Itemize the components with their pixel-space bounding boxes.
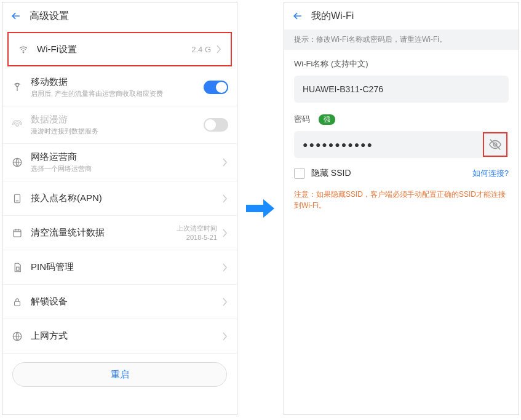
row-carrier-label: 网络运营商 <box>31 151 215 163</box>
row-traffic[interactable]: 清空流量统计数据 上次清空时间 2018-5-21 <box>2 216 237 250</box>
eye-off-icon <box>488 138 502 151</box>
toggle-mobile-data[interactable] <box>204 81 228 94</box>
globe-icon <box>11 331 23 342</box>
sim-icon <box>11 262 23 273</box>
back-icon[interactable] <box>10 10 22 22</box>
row-mobile-data-sub: 启用后, 产生的流量将由运营商收取相应资费 <box>31 89 196 98</box>
row-apn-label: 接入点名称(APN) <box>31 192 215 204</box>
right-screen: 我的Wi-Fi 提示：修改Wi-Fi名称或密码后，请重连Wi-Fi。 Wi-Fi… <box>284 2 519 415</box>
row-carrier-sub: 选择一个网络运营商 <box>31 164 215 173</box>
password-label: 密码 强 <box>294 114 509 125</box>
wifi-name-input[interactable] <box>294 76 509 103</box>
left-screen: 高级设置 Wi-Fi设置 2.4 G 移动数据 启用后, 产生的流量将由运营商收… <box>2 2 237 415</box>
strength-badge: 强 <box>319 114 335 125</box>
row-roaming-sub: 漫游时连接到数据服务 <box>31 127 196 136</box>
calendar-icon <box>11 228 23 239</box>
row-wifi-value: 2.4 G <box>191 45 211 54</box>
chevron-right-icon <box>222 229 228 237</box>
right-title: 我的Wi-Fi <box>311 10 354 23</box>
password-input[interactable] <box>294 131 509 158</box>
svg-point-1 <box>16 84 19 87</box>
toggle-roaming[interactable] <box>204 118 228 132</box>
signal-icon <box>11 119 23 130</box>
ssid-warning: 注意：如果隐藏SSID，客户端必须手动配置正确的SSID才能连接到Wi-Fi。 <box>284 186 519 213</box>
device-icon <box>11 193 23 204</box>
how-connect-link[interactable]: 如何连接? <box>472 168 509 179</box>
chevron-right-icon <box>222 332 228 341</box>
row-pin[interactable]: PIN码管理 <box>2 250 237 285</box>
svg-rect-5 <box>14 229 21 236</box>
row-traffic-value: 上次清空时间 2018-5-21 <box>177 224 217 242</box>
transition-arrow <box>244 2 277 415</box>
hide-ssid-checkbox[interactable] <box>294 168 305 179</box>
svg-rect-7 <box>15 301 20 306</box>
row-unlock-label: 解锁设备 <box>31 296 215 307</box>
wifi-icon <box>17 44 30 55</box>
hide-ssid-label: 隐藏 SSID <box>311 168 466 179</box>
arrow-right-icon <box>246 199 274 218</box>
row-unlock[interactable]: 解锁设备 <box>2 285 237 319</box>
right-header: 我的Wi-Fi <box>284 2 519 30</box>
row-pin-label: PIN码管理 <box>31 261 215 273</box>
row-carrier[interactable]: 网络运营商 选择一个网络运营商 <box>2 144 237 181</box>
row-mobile-data[interactable]: 移动数据 启用后, 产生的流量将由运营商收取相应资费 <box>2 69 237 106</box>
left-title: 高级设置 <box>30 10 69 23</box>
row-wifi-label: Wi-Fi设置 <box>37 44 184 55</box>
chevron-right-icon <box>222 158 228 167</box>
wifi-name-label: Wi-Fi名称 (支持中文) <box>294 58 509 69</box>
row-net-mode[interactable]: 上网方式 <box>2 319 237 354</box>
svg-point-2 <box>16 124 19 127</box>
chevron-right-icon <box>222 263 228 272</box>
row-apn[interactable]: 接入点名称(APN) <box>2 181 237 216</box>
row-mobile-data-label: 移动数据 <box>31 76 196 88</box>
left-header: 高级设置 <box>2 2 237 30</box>
row-roaming-label: 数据漫游 <box>31 114 196 125</box>
antenna-icon <box>11 82 23 93</box>
row-traffic-label: 清空流量统计数据 <box>31 227 169 239</box>
reboot-button[interactable]: 重启 <box>12 362 227 387</box>
svg-point-0 <box>23 52 24 53</box>
row-roaming[interactable]: 数据漫游 漫游时连接到数据服务 <box>2 106 237 144</box>
hint-bar: 提示：修改Wi-Fi名称或密码后，请重连Wi-Fi。 <box>284 30 519 50</box>
globe-icon <box>11 157 23 168</box>
svg-rect-6 <box>17 267 20 270</box>
hide-ssid-row[interactable]: 隐藏 SSID 如何连接? <box>284 160 519 186</box>
chevron-right-icon <box>222 194 228 203</box>
chevron-right-icon <box>222 298 228 306</box>
svg-rect-4 <box>15 194 20 203</box>
toggle-password-visibility[interactable] <box>483 132 507 157</box>
row-net-mode-label: 上网方式 <box>31 330 215 342</box>
back-icon[interactable] <box>292 10 304 22</box>
row-wifi-settings[interactable]: Wi-Fi设置 2.4 G <box>7 32 232 66</box>
chevron-right-icon <box>216 45 222 53</box>
lock-icon <box>11 296 23 307</box>
